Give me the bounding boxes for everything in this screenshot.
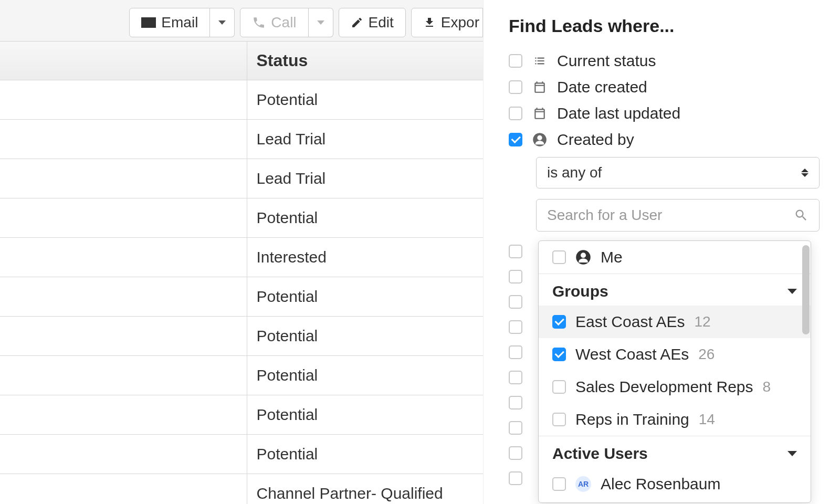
popup-group-item[interactable]: East Coast AEs12 — [539, 306, 811, 338]
user-select-popup: Me Groups East Coast AEs12West Coast AEs… — [538, 240, 811, 503]
operator-select[interactable]: is any of — [536, 157, 820, 188]
filter-current-status[interactable]: Current status — [509, 52, 819, 70]
checkbox[interactable] — [552, 477, 566, 491]
email-dropdown-button[interactable] — [210, 8, 235, 37]
checkbox[interactable] — [509, 396, 522, 410]
edit-label: Edit — [369, 14, 394, 31]
edit-button[interactable]: Edit — [339, 8, 406, 37]
call-button[interactable]: Call — [240, 8, 308, 37]
cell-status: Lead Trial — [247, 159, 483, 198]
filter-date-created[interactable]: Date created — [509, 78, 819, 96]
user-name: Alec Rosenbaum — [601, 475, 720, 493]
cell-status: Lead Trial — [247, 120, 483, 159]
export-button[interactable]: Expor — [411, 8, 483, 37]
leads-table-wrap: acts Status Potentialnio Mumbeson +2Lead… — [0, 41, 483, 504]
popup-group-item[interactable]: Sales Development Reps8 — [539, 371, 811, 403]
cell-contact: g Greenbaum — [0, 395, 247, 435]
checkbox[interactable] — [509, 270, 522, 284]
checkbox[interactable] — [552, 348, 566, 361]
checkbox[interactable] — [509, 80, 522, 94]
cell-contact — [0, 277, 247, 317]
sidebar-title: Find Leads where... — [509, 16, 819, 36]
checkbox[interactable] — [552, 250, 566, 264]
scrollbar[interactable] — [802, 245, 810, 334]
email-button-group: Email — [129, 8, 235, 37]
checkbox[interactable] — [509, 446, 522, 460]
checkbox[interactable] — [509, 371, 522, 384]
group-name: West Coast AEs — [575, 345, 689, 363]
checkbox[interactable] — [509, 471, 522, 485]
email-label: Email — [161, 14, 198, 31]
column-header-contacts[interactable]: acts — [0, 41, 247, 80]
table-row[interactable]: n TuskPotential — [0, 317, 483, 356]
calendar-icon — [532, 79, 548, 95]
phone-icon — [252, 16, 266, 29]
table-row[interactable]: in KellyLead Trial — [0, 159, 483, 198]
table-row[interactable]: lie FernChannel Partner- Qualified — [0, 474, 483, 505]
checkbox[interactable] — [509, 295, 522, 309]
column-header-status[interactable]: Status — [247, 41, 483, 80]
user-search-wrap — [536, 199, 820, 232]
table-row[interactable]: cent MeinerdingPotential — [0, 435, 483, 474]
checkbox[interactable] — [552, 315, 566, 329]
user-icon — [532, 132, 548, 148]
table-row[interactable]: n DuskPotential — [0, 356, 483, 395]
group-name: Reps in Training — [575, 411, 689, 428]
filter-date-last-updated[interactable]: Date last updated — [509, 104, 819, 122]
chevron-down-icon — [788, 451, 797, 456]
table-row[interactable]: on HannaInterested — [0, 238, 483, 277]
section-title: Groups — [552, 282, 608, 300]
avatar: AR — [575, 476, 591, 492]
user-search-input[interactable] — [547, 207, 794, 224]
toolbar: Email Call Edit Expor — [0, 5, 483, 40]
checkbox[interactable] — [552, 380, 566, 394]
filter-created-by[interactable]: Created by — [509, 131, 819, 149]
call-label: Call — [271, 14, 296, 31]
popup-group-item[interactable]: Reps in Training14 — [539, 403, 811, 436]
checkbox[interactable] — [509, 107, 522, 120]
email-button[interactable]: Email — [129, 8, 210, 37]
mail-icon — [141, 17, 156, 28]
checkbox[interactable] — [509, 54, 522, 68]
export-label: Expor — [441, 14, 479, 31]
popup-group-item[interactable]: West Coast AEs26 — [539, 338, 811, 371]
table-row[interactable]: a PalaiaPotential — [0, 198, 483, 238]
table-row[interactable]: Potential — [0, 277, 483, 317]
checkbox[interactable] — [509, 421, 522, 435]
cell-contact: on Hanna — [0, 238, 247, 277]
user-icon — [575, 249, 591, 265]
popup-active-users-header[interactable]: Active Users — [539, 436, 811, 468]
popup-item-me[interactable]: Me — [539, 241, 811, 274]
cell-status: Potential — [247, 317, 483, 356]
cell-status: Potential — [247, 435, 483, 474]
svg-point-3 — [581, 253, 586, 258]
cell-contact: a Palaia — [0, 198, 247, 238]
table-row[interactable]: g GreenbaumPotential — [0, 395, 483, 435]
cell-contact: in Kelly — [0, 159, 247, 198]
calendar-icon — [532, 106, 548, 121]
group-name: East Coast AEs — [575, 313, 685, 331]
checkbox[interactable] — [509, 133, 522, 146]
call-button-group: Call — [240, 8, 333, 37]
table-row[interactable]: Potential — [0, 80, 483, 120]
chevron-down-icon — [218, 20, 226, 25]
popup-user-item[interactable]: ARAlec Rosenbaum — [539, 468, 811, 500]
cell-status: Interested — [247, 238, 483, 277]
checkbox[interactable] — [509, 245, 522, 258]
cell-contact: n Tusk — [0, 317, 247, 356]
popup-item-label: Me — [601, 248, 623, 266]
filter-label: Date created — [557, 78, 647, 96]
checkbox[interactable] — [509, 345, 522, 359]
cell-status: Potential — [247, 80, 483, 120]
pencil-icon — [351, 16, 363, 29]
popup-groups-header[interactable]: Groups — [539, 274, 811, 306]
table-row[interactable]: nio Mumbeson +2Lead Trial — [0, 120, 483, 159]
leads-table: acts Status Potentialnio Mumbeson +2Lead… — [0, 41, 483, 504]
popup-user-item[interactable]: Alex Prokop — [539, 500, 811, 503]
hidden-filters — [509, 245, 522, 485]
call-dropdown-button[interactable] — [309, 8, 333, 37]
checkbox[interactable] — [552, 413, 566, 426]
checkbox[interactable] — [509, 320, 522, 334]
chevron-down-icon — [317, 20, 324, 25]
filter-label: Date last updated — [557, 104, 680, 122]
